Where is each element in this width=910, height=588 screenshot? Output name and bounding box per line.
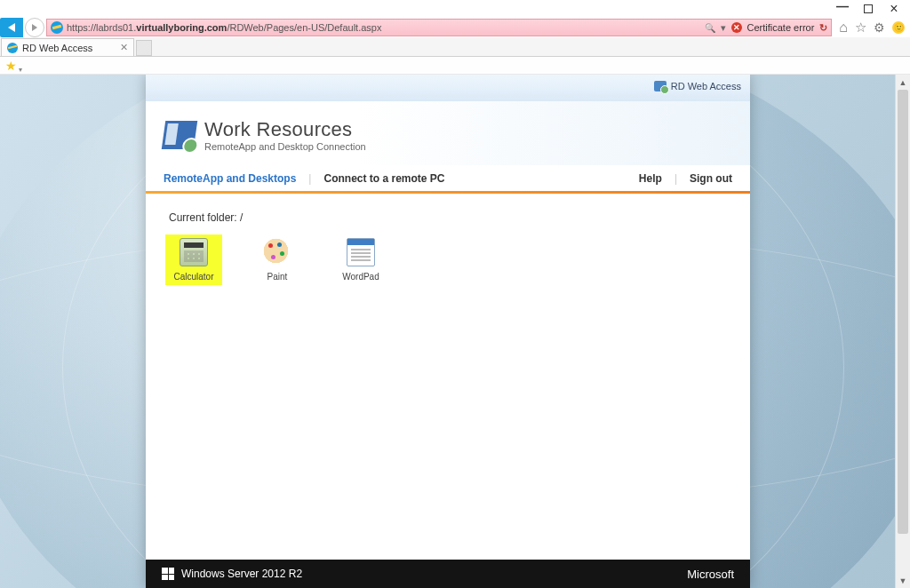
footer-os-label: Windows Server 2012 R2 — [181, 568, 302, 580]
scroll-down-button[interactable]: ▼ — [896, 573, 910, 588]
window-controls: × — [826, 0, 910, 18]
app-list: Calculator Paint WordPad — [165, 234, 730, 285]
panel-topbar: RD Web Access — [146, 75, 750, 101]
home-icon[interactable] — [839, 20, 848, 36]
page-header: Work Resources RemoteApp and Desktop Con… — [146, 101, 750, 165]
tools-icon[interactable] — [874, 20, 885, 35]
cert-error-label[interactable]: Certificate error — [747, 22, 815, 33]
tab-remoteapp[interactable]: RemoteApp and Desktops — [164, 172, 296, 185]
vertical-scrollbar[interactable]: ▲ ▼ — [895, 75, 910, 588]
url-text: https://labrds01.virtuallyboring.com/RDW… — [67, 22, 705, 33]
tab-connect[interactable]: Connect to a remote PC — [323, 172, 444, 185]
ie-icon — [51, 21, 63, 34]
link-signout[interactable]: Sign out — [690, 172, 732, 185]
rd-badge-label: RD Web Access — [671, 81, 741, 91]
nav-forward-button[interactable] — [25, 18, 44, 37]
refresh-icon[interactable] — [819, 22, 827, 34]
app-wordpad[interactable]: WordPad — [332, 234, 389, 285]
app-calculator[interactable]: Calculator — [165, 234, 222, 285]
page-subtitle: RemoteApp and Desktop Connection — [204, 141, 366, 152]
address-bar[interactable]: https://labrds01.virtuallyboring.com/RDW… — [46, 19, 832, 36]
tab-rd-web-access[interactable]: RD Web Access ✕ — [1, 38, 134, 56]
menu-separator: | — [308, 172, 311, 185]
link-help[interactable]: Help — [639, 172, 662, 185]
scroll-thumb[interactable] — [898, 90, 908, 534]
favorites-bar: ★ — [0, 57, 910, 75]
calculator-icon — [180, 238, 208, 266]
menu-separator: | — [675, 172, 677, 185]
tab-favicon-icon — [7, 43, 18, 53]
work-resources-logo-icon — [162, 121, 197, 149]
page-title: Work Resources — [204, 118, 366, 141]
footer-brand-label: Microsoft — [687, 568, 734, 581]
page-viewport: RD Web Access Work Resources RemoteApp a… — [0, 75, 895, 588]
window-maximize-button[interactable] — [864, 4, 873, 13]
current-folder-label: Current folder: / — [169, 211, 730, 224]
url-host-pre: labrds01. — [96, 22, 136, 33]
tab-strip: RD Web Access ✕ — [0, 37, 910, 57]
main-panel: RD Web Access Work Resources RemoteApp a… — [146, 75, 750, 588]
url-path: /RDWeb/Pages/en-US/Default.aspx — [227, 22, 381, 33]
paint-icon — [263, 238, 291, 266]
browser-toolbar-icons: 🙂 — [834, 20, 910, 36]
feedback-icon[interactable]: 🙂 — [892, 21, 905, 34]
windows-logo-icon — [162, 568, 174, 580]
app-label: Paint — [251, 272, 304, 282]
rd-badge-icon — [654, 81, 667, 91]
window-close-button[interactable]: × — [889, 4, 899, 14]
nav-back-button[interactable] — [0, 18, 23, 37]
content-area: Current folder: / Calculator Paint WordP… — [146, 194, 750, 303]
tab-title: RD Web Access — [22, 43, 92, 53]
rd-web-access-badge: RD Web Access — [654, 81, 741, 91]
app-label: Calculator — [167, 272, 220, 282]
window-minimize-button[interactable] — [837, 4, 848, 14]
url-host: virtuallyboring.com — [136, 22, 227, 33]
panel-footer: Windows Server 2012 R2 Microsoft — [146, 560, 750, 588]
wordpad-icon — [347, 238, 375, 266]
new-tab-button[interactable] — [136, 40, 152, 56]
search-icon[interactable] — [705, 22, 715, 33]
cert-error-icon[interactable]: ✕ — [731, 22, 742, 33]
tab-close-icon[interactable]: ✕ — [120, 42, 128, 53]
search-dropdown-icon[interactable] — [721, 22, 726, 34]
url-scheme: https:// — [67, 22, 96, 33]
header-text: Work Resources RemoteApp and Desktop Con… — [204, 118, 366, 152]
favorites-icon[interactable] — [855, 20, 866, 36]
add-favorite-icon[interactable]: ★ — [5, 59, 17, 73]
menu-bar: RemoteApp and Desktops | Connect to a re… — [146, 165, 750, 194]
scroll-up-button[interactable]: ▲ — [896, 75, 910, 90]
browser-navbar: https://labrds01.virtuallyboring.com/RDW… — [0, 18, 910, 37]
app-label: WordPad — [334, 272, 387, 282]
app-paint[interactable]: Paint — [249, 234, 306, 285]
